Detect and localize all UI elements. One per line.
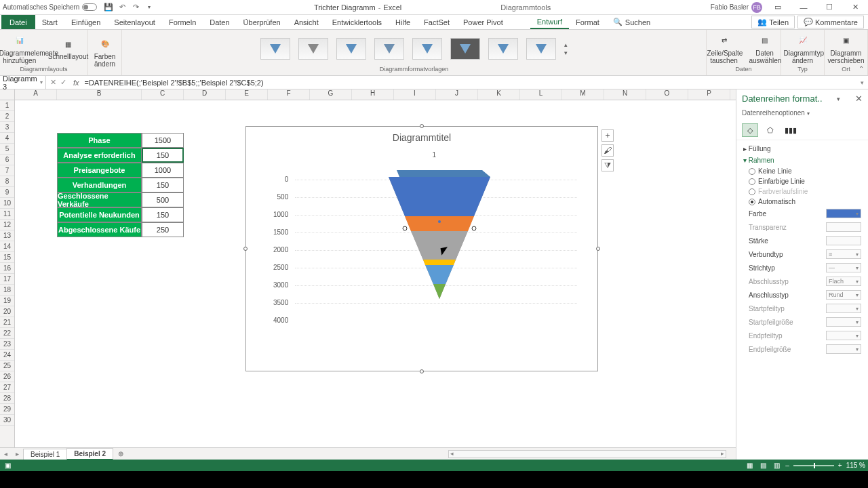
tab-pagelayout[interactable]: Seitenlayout <box>107 15 162 29</box>
expand-formula-icon[interactable]: ▾ <box>856 79 868 86</box>
compound-type-row[interactable]: Verbundtyp≡ <box>743 247 861 261</box>
pane-close-button[interactable]: ✕ <box>855 94 863 104</box>
resize-handle[interactable] <box>420 124 424 128</box>
chart-style-7[interactable] <box>488 38 518 60</box>
minimize-icon[interactable]: — <box>793 1 814 14</box>
pane-options-icon[interactable]: ▾ <box>837 96 840 102</box>
fill-section-header[interactable]: ▸ Füllung <box>743 143 861 155</box>
move-chart-button[interactable]: ▣ Diagramm verschieben <box>825 32 868 66</box>
table-row[interactable]: Geschlossene Verkäufe <box>57 192 142 207</box>
border-color-row[interactable]: Farbe <box>743 207 861 220</box>
autosave-toggle[interactable] <box>82 3 97 11</box>
pane-subtitle[interactable]: Datenreihenoptionen ▾ <box>736 108 868 121</box>
row-headers[interactable]: 12345 678910 1112131415 1617181920 21222… <box>0 100 15 447</box>
chart-style-6[interactable] <box>450 38 480 60</box>
zoom-slider[interactable] <box>793 465 834 466</box>
horizontal-scrollbar[interactable] <box>448 450 726 458</box>
sheet-tab-1[interactable]: Beispiel 1 <box>23 449 67 460</box>
tab-developer[interactable]: Entwicklertools <box>326 15 389 29</box>
border-gradient-radio[interactable]: Farbverlaufslinie <box>743 186 861 197</box>
worksheet-cells[interactable]: Phase1500 Analyse erforderlich150 Preisa… <box>15 100 736 447</box>
chart-object[interactable]: Diagrammtitel 1 05001000 150020002500 30… <box>245 126 598 371</box>
comments-button[interactable]: 💬Kommentare <box>797 16 864 28</box>
add-chart-element-button[interactable]: 📊 Diagrammelemente hinzufügen <box>0 32 43 66</box>
join-type-row[interactable]: AnschlusstypRund <box>743 288 861 302</box>
chart-elements-button[interactable]: + <box>601 129 614 142</box>
quick-layout-button[interactable]: ▦ Schnelllayout <box>45 35 91 62</box>
tab-powerpivot[interactable]: Power Pivot <box>456 15 510 29</box>
view-normal-icon[interactable]: ▦ <box>745 461 754 470</box>
formula-input[interactable] <box>82 79 856 87</box>
share-button[interactable]: 👥Teilen <box>751 16 795 28</box>
table-row[interactable]: Abgeschlossene Käufe <box>57 222 142 237</box>
change-colors-button[interactable]: 🎨 Farben ändern <box>92 35 119 69</box>
macro-record-icon[interactable]: ▣ <box>3 461 12 470</box>
tab-help[interactable]: Hilfe <box>389 15 417 29</box>
sheet-nav-prev[interactable]: ◂ <box>0 450 12 458</box>
tab-file[interactable]: Datei <box>1 15 35 29</box>
border-section-header[interactable]: ▾ Rahmen <box>743 155 861 166</box>
tab-start[interactable]: Start <box>35 15 64 29</box>
tab-format[interactable]: Format <box>569 15 606 29</box>
chart-style-2[interactable] <box>298 38 328 60</box>
width-input[interactable] <box>826 236 861 245</box>
table-row[interactable]: Preisangebote <box>57 163 142 178</box>
fill-line-tab[interactable]: ◇ <box>742 123 758 137</box>
name-box[interactable]: Diagramm 3▾ <box>0 75 46 91</box>
select-data-button[interactable]: ▤ Daten auswählen <box>747 32 783 66</box>
zoom-level[interactable]: 115 % <box>846 462 865 469</box>
chart-style-8[interactable] <box>526 38 556 60</box>
chart-filters-button[interactable]: ⧩ <box>601 159 614 171</box>
fx-icon[interactable]: fx <box>71 79 82 87</box>
search-button[interactable]: 🔍 Suchen <box>606 15 657 29</box>
switch-row-col-button[interactable]: ⇄ Zeile/Spalte tauschen <box>705 32 744 66</box>
ribbon-display-icon[interactable]: ▭ <box>768 1 788 14</box>
funnel-chart[interactable] <box>389 163 490 299</box>
table-header-phase[interactable]: Phase <box>57 133 142 148</box>
collapse-ribbon-icon[interactable]: ⌃ <box>859 65 864 73</box>
border-none-radio[interactable]: Keine Linie <box>743 166 861 176</box>
tab-insert[interactable]: Einfügen <box>64 15 107 29</box>
dash-type-row[interactable]: Strichtyp— <box>743 261 861 274</box>
tab-view[interactable]: Ansicht <box>288 15 326 29</box>
undo-icon[interactable]: ↶ <box>117 3 127 12</box>
change-chart-type-button[interactable]: 📈 Diagrammtyp ändern <box>781 32 825 66</box>
qat-customize-icon[interactable]: ▾ <box>144 3 154 12</box>
redo-icon[interactable]: ↷ <box>131 3 140 12</box>
tab-review[interactable]: Überprüfen <box>237 15 288 29</box>
table-row[interactable]: Verhandlungen <box>57 178 142 192</box>
chart-style-4[interactable] <box>374 38 404 60</box>
table-row[interactable]: Potentielle Neukunden <box>57 207 142 222</box>
save-icon[interactable]: 💾 <box>104 3 113 12</box>
chart-style-3[interactable] <box>336 38 366 60</box>
column-headers[interactable]: A B C D E F G H I J K L M N O P <box>0 89 736 100</box>
close-icon[interactable]: ✕ <box>845 1 865 14</box>
tab-factset[interactable]: FactSet <box>417 15 456 29</box>
tab-data[interactable]: Daten <box>203 15 236 29</box>
enter-formula-icon[interactable]: ✓ <box>60 78 66 87</box>
chart-style-1[interactable] <box>260 38 290 60</box>
dash-combo[interactable]: — <box>826 263 861 272</box>
add-sheet-button[interactable]: ⊕ <box>113 450 129 458</box>
compound-combo[interactable]: ≡ <box>826 249 861 259</box>
effects-tab[interactable]: ⬠ <box>762 123 778 137</box>
cancel-formula-icon[interactable]: ✕ <box>50 78 56 87</box>
sheet-tab-2[interactable]: Beispiel 2 <box>66 448 113 460</box>
tab-design[interactable]: Entwurf <box>530 15 569 29</box>
chart-legend[interactable]: 1 <box>433 151 437 159</box>
table-header-value[interactable]: 1500 <box>142 133 184 148</box>
account-button[interactable]: Fabio Basler FB <box>711 2 762 13</box>
border-auto-radio[interactable]: Automatisch <box>743 197 861 207</box>
table-row[interactable]: Analyse erforderlich <box>57 148 142 163</box>
zoom-out-button[interactable]: – <box>785 462 789 469</box>
chart-styles-button[interactable]: 🖌 <box>601 144 614 157</box>
chart-title[interactable]: Diagrammtitel <box>246 127 597 148</box>
series-options-tab[interactable]: ▮▮▮ <box>783 123 799 137</box>
view-pagebreak-icon[interactable]: ▥ <box>772 461 781 470</box>
maximize-icon[interactable]: ☐ <box>819 1 840 14</box>
tab-formulas[interactable]: Formeln <box>162 15 203 29</box>
border-width-row[interactable]: Stärke <box>743 234 861 247</box>
color-picker[interactable] <box>826 209 861 218</box>
zoom-in-button[interactable]: + <box>838 462 842 469</box>
styles-more-icon[interactable]: ▴▾ <box>564 41 568 56</box>
